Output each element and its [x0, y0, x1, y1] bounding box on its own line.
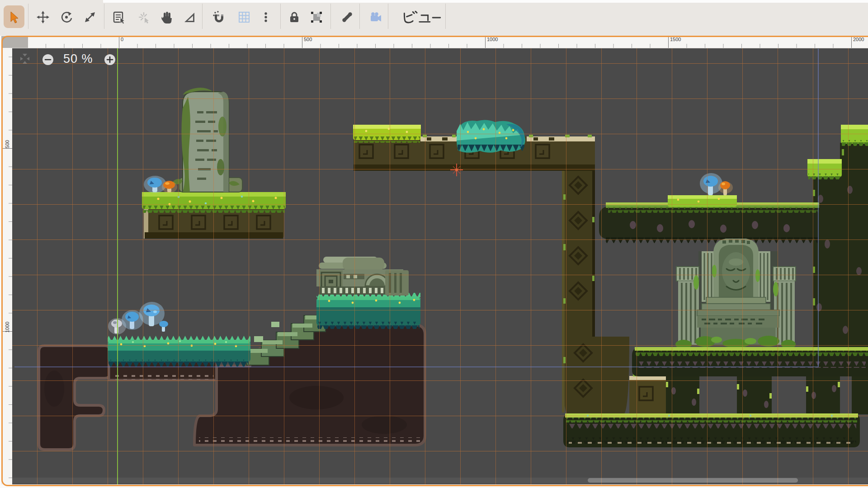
vertical-dots-menu-icon[interactable] — [259, 10, 273, 24]
scene-render — [12, 48, 868, 484]
toolbar-separator — [28, 4, 28, 29]
grid-snap-icon[interactable] — [237, 10, 251, 24]
vertical-ruler[interactable]: 500 1000 — [2, 48, 12, 484]
plus-icon — [104, 54, 115, 65]
ruler-label: 0 — [121, 37, 123, 42]
window-margin — [0, 484, 868, 488]
horizontal-scrollbar-thumb[interactable] — [588, 478, 798, 483]
toolbar-separator — [202, 4, 203, 29]
magnet-icon[interactable] — [212, 10, 226, 24]
toolbar-separator — [359, 4, 360, 29]
ruler-triangle-icon[interactable] — [182, 10, 197, 24]
editor-window: 50 % 0 500 1000 1500 2000 500 1000 — [0, 0, 868, 488]
zoom-out-button[interactable] — [42, 54, 53, 65]
ruler-label: 500 — [5, 137, 10, 151]
rotate-icon[interactable] — [59, 10, 74, 24]
toolbar-separator — [104, 4, 104, 29]
ruler-label: 2000 — [853, 37, 864, 42]
hand-pan-icon[interactable] — [159, 10, 174, 24]
ruler-label: 500 — [304, 37, 312, 42]
group-pivot-icon[interactable] — [309, 10, 324, 24]
ruler-corner-box — [0, 36, 28, 48]
toolbar-separator — [280, 4, 281, 29]
move-arrows-icon[interactable] — [36, 10, 50, 24]
window-margin — [0, 36, 1, 488]
lock-icon[interactable] — [287, 10, 302, 24]
ruler-label: 1000 — [487, 37, 498, 42]
view-menu-label-glyphs — [401, 11, 442, 25]
grid-overlay — [12, 48, 868, 484]
scale-icon[interactable] — [83, 10, 97, 24]
list-select-icon[interactable] — [112, 10, 126, 24]
panel-edge — [103, 0, 868, 3]
toolbar-separator — [445, 4, 446, 29]
zoom-level-label[interactable]: 50 % — [63, 52, 93, 66]
sparkle-snap-icon[interactable] — [137, 10, 151, 24]
viewport-canvas[interactable] — [12, 48, 868, 484]
bone-icon[interactable] — [340, 10, 354, 24]
toolbar-separator — [330, 4, 331, 29]
select-cursor-icon[interactable] — [7, 10, 21, 24]
ruler-label: 1000 — [5, 320, 10, 334]
view-menu-button[interactable] — [401, 11, 442, 25]
ruler-label: 1500 — [670, 37, 681, 42]
toolbar-separator — [388, 4, 388, 29]
zoom-in-button[interactable] — [104, 54, 115, 65]
center-view-icon — [19, 53, 31, 65]
horizontal-ruler[interactable]: 0 500 1000 1500 2000 — [12, 36, 868, 48]
camera-override-icon[interactable] — [368, 10, 383, 24]
editor-toolbar — [0, 0, 868, 36]
